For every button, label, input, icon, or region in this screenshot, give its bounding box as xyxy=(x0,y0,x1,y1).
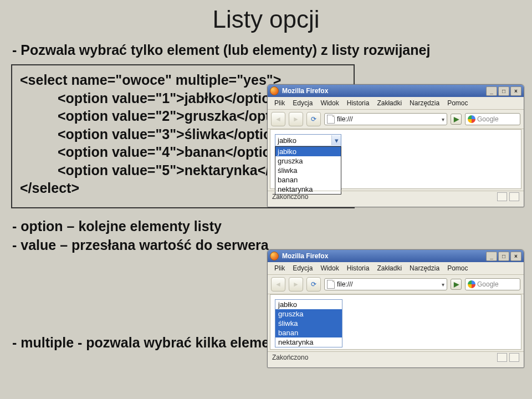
search-box[interactable]: Google xyxy=(465,113,520,125)
close-button[interactable]: × xyxy=(510,252,521,261)
dropdown-icon[interactable]: ▾ xyxy=(442,282,444,288)
search-placeholder: Google xyxy=(477,280,499,288)
select-field[interactable]: jabłko ▾ xyxy=(275,134,341,146)
option-jablko[interactable]: jabłko xyxy=(275,300,342,309)
menu-widok[interactable]: Widok xyxy=(317,99,342,108)
note-value: - value – przesłana wartość do serwera xyxy=(12,236,269,255)
minimize-button[interactable]: _ xyxy=(486,86,497,96)
intro-text: - Pozwala wybrać tylko element (lub elem… xyxy=(12,42,430,58)
close-button[interactable]: × xyxy=(510,86,521,96)
reload-button[interactable]: ⟳ xyxy=(306,112,321,126)
option-sliwka[interactable]: śliwka xyxy=(275,319,342,328)
browser-toolbar: ◄ ► ⟳ file:/// ▾ ▶ Google xyxy=(268,275,524,294)
menu-plik[interactable]: Plik xyxy=(271,264,288,273)
back-button[interactable]: ◄ xyxy=(271,112,285,126)
status-box xyxy=(509,353,519,362)
browser-menubar[interactable]: Plik Edycja Widok Historia Zakładki Narz… xyxy=(268,262,524,275)
firefox-icon xyxy=(270,86,279,95)
menu-narzedzia[interactable]: Narzędzia xyxy=(406,99,443,108)
chevron-down-icon[interactable]: ▾ xyxy=(331,135,341,145)
option-nektarynka[interactable]: nektarynka xyxy=(275,337,342,347)
status-text: Zakończono xyxy=(272,354,308,361)
window-title: Mozilla Firefox xyxy=(282,252,328,260)
window-titlebar[interactable]: Mozilla Firefox _ □ × xyxy=(268,250,524,262)
select-owoce[interactable]: jabłko ▾ jabłko gruszka śliwka banan nek… xyxy=(275,134,341,195)
search-box[interactable]: Google xyxy=(465,278,520,290)
maximize-button[interactable]: □ xyxy=(498,252,509,261)
google-icon xyxy=(468,280,475,288)
forward-button[interactable]: ► xyxy=(289,277,303,291)
status-bar: Zakończono xyxy=(268,351,524,363)
browser-menubar[interactable]: Plik Edycja Widok Historia Zakładki Narz… xyxy=(268,97,524,110)
status-box xyxy=(509,192,519,201)
page-content: jabłko ▾ jabłko gruszka śliwka banan nek… xyxy=(270,129,521,189)
option-banan[interactable]: banan xyxy=(275,328,342,337)
menu-edycja[interactable]: Edycja xyxy=(289,99,316,108)
multiselect-owoce[interactable]: jabłko gruszka śliwka banan nektarynka xyxy=(275,299,342,347)
search-placeholder: Google xyxy=(477,115,499,123)
browser-toolbar: ◄ ► ⟳ file:/// ▾ ▶ Google xyxy=(268,110,524,129)
menu-zakladki[interactable]: Zakładki xyxy=(374,99,405,108)
option-sliwka[interactable]: śliwka xyxy=(275,166,341,175)
reload-button[interactable]: ⟳ xyxy=(306,277,321,291)
firefox-icon xyxy=(270,252,279,260)
window-titlebar[interactable]: Mozilla Firefox _ □ × xyxy=(268,85,524,97)
menu-pomoc[interactable]: Pomoc xyxy=(444,99,471,108)
url-text: file:/// xyxy=(337,280,353,288)
dropdown-icon[interactable]: ▾ xyxy=(442,116,444,122)
go-button[interactable]: ▶ xyxy=(451,114,462,125)
back-button[interactable]: ◄ xyxy=(271,277,285,291)
file-icon xyxy=(327,280,335,289)
status-bar: Zakończono xyxy=(268,191,524,202)
google-icon xyxy=(468,115,475,123)
firefox-window-multiple: Mozilla Firefox _ □ × Plik Edycja Widok … xyxy=(267,249,524,368)
note-option: - option – kolejne elementy listy xyxy=(12,217,269,236)
option-gruszka[interactable]: gruszka xyxy=(275,156,341,166)
menu-historia[interactable]: Historia xyxy=(344,99,373,108)
menu-historia[interactable]: Historia xyxy=(344,264,373,273)
code-line: </select> xyxy=(20,180,79,196)
option-jablko[interactable]: jabłko xyxy=(275,147,341,156)
maximize-button[interactable]: □ xyxy=(498,86,509,96)
menu-pomoc[interactable]: Pomoc xyxy=(444,264,471,273)
status-box xyxy=(497,353,507,362)
forward-button[interactable]: ► xyxy=(289,112,303,126)
code-line: <select name="owoce" multiple="yes"> xyxy=(20,72,281,88)
menu-widok[interactable]: Widok xyxy=(317,264,342,273)
url-text: file:/// xyxy=(337,115,353,123)
firefox-window-dropdown: Mozilla Firefox _ □ × Plik Edycja Widok … xyxy=(267,84,524,207)
file-icon xyxy=(327,115,335,124)
menu-zakladki[interactable]: Zakładki xyxy=(374,264,405,273)
select-dropdown-list[interactable]: jabłko gruszka śliwka banan nektarynka xyxy=(275,146,341,195)
address-bar[interactable]: file:/// ▾ xyxy=(324,278,447,290)
note-multiple: - multiple - pozwala wybrać kilka elemen… xyxy=(12,335,301,351)
status-text: Zakończono xyxy=(272,193,308,201)
status-box xyxy=(497,192,507,201)
minimize-button[interactable]: _ xyxy=(486,252,497,261)
option-banan[interactable]: banan xyxy=(275,175,341,185)
address-bar[interactable]: file:/// ▾ xyxy=(324,113,447,125)
page-title: Listy opcji xyxy=(0,6,532,33)
window-title: Mozilla Firefox xyxy=(282,87,328,95)
page-content: jabłko gruszka śliwka banan nektarynka xyxy=(270,294,521,350)
menu-plik[interactable]: Plik xyxy=(271,99,288,108)
select-value: jabłko xyxy=(278,136,296,145)
notes-block: - option – kolejne elementy listy - valu… xyxy=(12,217,269,255)
go-button[interactable]: ▶ xyxy=(451,279,462,290)
menu-narzedzia[interactable]: Narzędzia xyxy=(406,264,443,273)
option-gruszka[interactable]: gruszka xyxy=(275,309,342,319)
menu-edycja[interactable]: Edycja xyxy=(289,264,316,273)
